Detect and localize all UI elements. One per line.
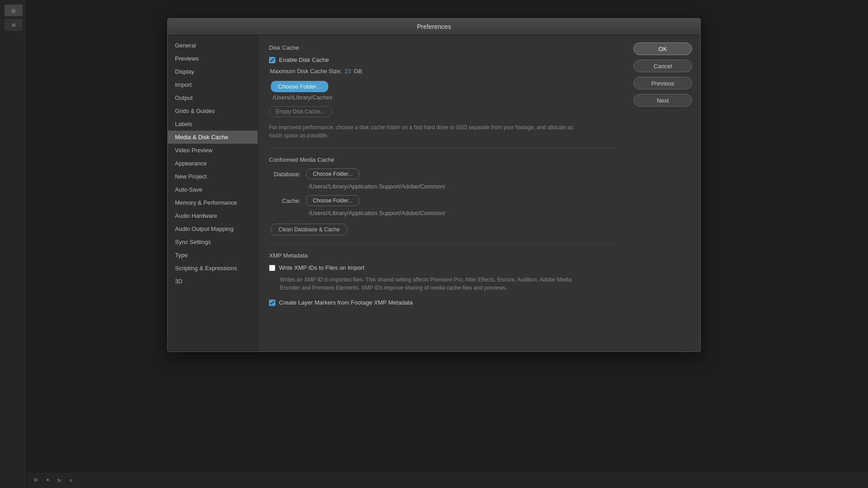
write-xmp-checkbox[interactable] [269, 265, 275, 271]
cache-row: Cache: Choose Folder... [269, 195, 617, 206]
write-xmp-label: Write XMP IDs to Files on Import [279, 264, 364, 271]
disk-cache-path-part2: /Library/Caches [291, 94, 332, 101]
database-path-part1: /Users/ [309, 183, 327, 190]
main-content: Disk Cache Enable Disk Cache Maximum Dis… [258, 35, 628, 352]
max-size-row: Maximum Disk Cache Size: 23 GB [270, 68, 617, 75]
sidebar-item-media-disk-cache[interactable]: Media & Disk Cache [168, 131, 258, 144]
sidebar-item-3d[interactable]: 3D [168, 275, 258, 288]
disk-cache-hint: For improved performance, choose a disk … [269, 123, 576, 140]
ok-button[interactable]: OK [633, 42, 692, 55]
cache-path-part2: /Library/Application Support/Adobe/Commo… [327, 210, 445, 216]
sidebar-item-auto-save[interactable]: Auto-Save [168, 183, 258, 196]
xmp-metadata-header: XMP Metadata [269, 252, 617, 259]
enable-disk-cache-label: Enable Disk Cache [279, 56, 329, 63]
write-xmp-hint: Writes an XMP ID to imported files. This… [280, 276, 587, 292]
write-xmp-row: Write XMP IDs to Files on Import [269, 264, 617, 271]
sidebar-item-sync-settings[interactable]: Sync Settings [168, 235, 258, 249]
cache-choose-folder-button[interactable]: Choose Folder... [306, 195, 359, 206]
disk-cache-path-part1: /Users/ [273, 94, 291, 101]
xmp-metadata-section: XMP Metadata Write XMP IDs to Files on I… [269, 252, 617, 306]
enable-disk-cache-checkbox[interactable] [269, 57, 275, 63]
sidebar-item-general[interactable]: General [168, 39, 258, 52]
divider-2 [269, 244, 617, 244]
cache-path-row: /Users/ /Library/Application Support/Ado… [309, 210, 617, 216]
layer-markers-checkbox[interactable] [269, 300, 275, 306]
conformed-media-cache-header: Conformed Media Cache [269, 156, 617, 163]
database-path-part2: /Library/Application Support/Adobe/Commo… [327, 183, 445, 190]
preferences-dialog: Preferences General Previews Display Imp… [167, 18, 701, 352]
disk-cache-header: Disk Cache [269, 44, 617, 51]
next-button[interactable]: Next [633, 94, 692, 107]
cache-path-part1: /Users/ [309, 210, 327, 216]
cancel-button[interactable]: Cancel [633, 60, 692, 72]
database-row: Database: Choose Folder... [269, 169, 617, 179]
sidebar-item-video-preview[interactable]: Video Preview [168, 144, 258, 157]
layer-markers-row: Create Layer Markers from Footage XMP Me… [269, 299, 617, 306]
right-buttons-panel: OK Cancel Previous Next [628, 35, 700, 352]
sidebar-nav: General Previews Display Import Output G… [168, 35, 258, 352]
database-path-row: /Users/ /Library/Application Support/Ado… [309, 183, 617, 190]
disk-cache-folder-block: Choose Folder... /Users/ /Library/Caches [271, 81, 617, 101]
sidebar-item-audio-hardware[interactable]: Audio Hardware [168, 209, 258, 222]
sidebar-item-new-project[interactable]: New Project [168, 170, 258, 183]
sidebar-item-audio-output-mapping[interactable]: Audio Output Mapping [168, 222, 258, 235]
conformed-media-cache-section: Conformed Media Cache Database: Choose F… [269, 156, 617, 235]
cache-label: Cache: [269, 197, 301, 204]
clean-database-cache-button[interactable]: Clean Database & Cache [271, 224, 347, 235]
sidebar-item-output[interactable]: Output [168, 91, 258, 104]
modal-overlay: Preferences General Previews Display Imp… [0, 0, 868, 488]
empty-disk-cache-button[interactable]: Empty Disk Cache... [269, 106, 332, 117]
max-size-unit: GB [354, 68, 362, 75]
sidebar-item-previews[interactable]: Previews [168, 52, 258, 65]
disk-cache-path-row: /Users/ /Library/Caches [273, 94, 617, 101]
sidebar-item-type[interactable]: Type [168, 249, 258, 262]
database-choose-folder-button[interactable]: Choose Folder... [306, 169, 359, 179]
previous-button[interactable]: Previous [633, 77, 692, 89]
layer-markers-label: Create Layer Markers from Footage XMP Me… [279, 299, 413, 306]
disk-cache-section: Disk Cache Enable Disk Cache Maximum Dis… [269, 44, 617, 140]
disk-cache-choose-folder-button[interactable]: Choose Folder... [271, 81, 328, 92]
dialog-titlebar: Preferences [168, 19, 700, 35]
sidebar-item-import[interactable]: Import [168, 78, 258, 91]
sidebar-item-memory-performance[interactable]: Memory & Performance [168, 196, 258, 209]
sidebar-item-appearance[interactable]: Appearance [168, 157, 258, 170]
max-size-label: Maximum Disk Cache Size: [270, 68, 342, 75]
sidebar-item-grids[interactable]: Grids & Guides [168, 104, 258, 117]
enable-disk-cache-row: Enable Disk Cache [269, 56, 617, 63]
divider-1 [269, 148, 617, 148]
sidebar-item-labels[interactable]: Labels [168, 117, 258, 131]
dialog-title: Preferences [417, 23, 451, 30]
database-label: Database: [269, 171, 301, 178]
sidebar-item-scripting[interactable]: Scripting & Expressions [168, 262, 258, 275]
max-size-value[interactable]: 23 [344, 68, 351, 75]
dialog-body: General Previews Display Import Output G… [168, 35, 700, 352]
sidebar-item-display[interactable]: Display [168, 65, 258, 78]
